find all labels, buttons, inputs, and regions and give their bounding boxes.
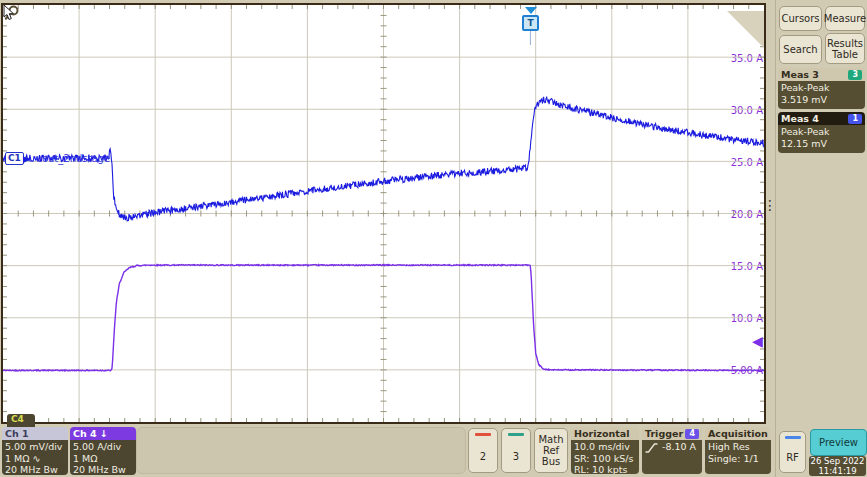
channel1-marker-label: C1	[5, 152, 24, 165]
channel4-bandwidth: 20 MHz Bw	[73, 464, 133, 475]
channel1-bandwidth: 20 MHz Bw	[5, 464, 65, 475]
trigger-position-marker[interactable]: T	[522, 7, 539, 45]
preview-button-label: Preview	[819, 437, 858, 448]
acquisition-title: Acquisition	[708, 428, 768, 439]
meas3-badge[interactable]: Meas 3 3 Peak-Peak 3.519 mV	[778, 68, 865, 109]
channel4-scale: 5.00 A/div	[73, 441, 133, 453]
meas4-source-badge: 1	[848, 114, 862, 124]
mouse-cursor	[3, 5, 17, 21]
badge-drag-handle[interactable]: ⋮	[763, 202, 777, 209]
cursors-button[interactable]: Cursors	[779, 6, 822, 31]
acquisition-body: High Res Single: 1/1	[705, 440, 771, 474]
math-label: Math	[538, 434, 563, 445]
record-length: RL: 10 kpts	[574, 464, 636, 474]
time-text: 11:41:19	[809, 466, 866, 476]
meas4-type: Peak-Peak	[781, 126, 862, 138]
trigger-body: -8.10 A	[642, 440, 702, 474]
acquisition-mode: High Res	[708, 441, 768, 453]
horizontal-badge[interactable]: Horizontal 10.0 ms/div SR: 100 kS/s RL: …	[571, 427, 639, 474]
channel1-badge[interactable]: Ch 1 5.00 mV/div 1 MΩ ∿ 20 MHz Bw	[2, 427, 68, 475]
acquisition-badge[interactable]: Acquisition High Res Single: 1/1	[705, 427, 771, 474]
zoom-corner-button[interactable]	[727, 11, 764, 48]
acquisition-count: Single: 1/1	[708, 453, 768, 465]
cursors-button-label: Cursors	[781, 13, 819, 24]
search-button-label: Search	[783, 44, 817, 55]
measure-button[interactable]: Measure	[825, 6, 865, 31]
channel4-impedance: 1 MΩ	[73, 453, 133, 465]
trigger-level: -8.10 A	[662, 441, 696, 453]
measurement-drop-area	[136, 427, 466, 474]
waveform-name-label: vout_2ndstage	[36, 153, 110, 164]
ref-label: Ref	[543, 445, 559, 456]
channel4-settings: 5.00 A/div 1 MΩ 20 MHz Bw	[70, 440, 136, 475]
meas3-type: Peak-Peak	[781, 82, 862, 94]
measure-button-label: Measure	[824, 13, 867, 24]
meas4-value: 12.15 mV	[781, 138, 862, 150]
channel1-position-marker[interactable]: C1▶	[5, 152, 30, 165]
meas3-body: Peak-Peak 3.519 mV	[778, 81, 865, 109]
horizontal-scale: 10.0 ms/div	[574, 441, 636, 453]
trigger-flag-icon: T	[522, 15, 539, 31]
horizontal-body: 10.0 ms/div SR: 100 kS/s RL: 10 kpts	[571, 440, 639, 474]
meas4-badge[interactable]: Meas 4 1 Peak-Peak 12.15 mV	[778, 112, 865, 153]
waveform-graticule: 35.0 A 30.0 A 25.0 A 20.0 A 15.0 A 10.0 …	[1, 3, 766, 424]
channel4-tab[interactable]: C4	[7, 414, 35, 427]
channel3-color-bar	[508, 433, 524, 436]
channel1-header: Ch 1	[2, 427, 68, 440]
channel4-header: Ch 4 ↓	[70, 427, 136, 440]
trigger-stem	[530, 31, 531, 45]
meas4-body: Peak-Peak 12.15 mV	[778, 125, 865, 153]
channel1-name: Ch 1	[5, 428, 29, 439]
channel2-button-label: 2	[480, 451, 486, 462]
horizontal-header: Horizontal	[571, 427, 639, 440]
channel1-scale: 5.00 mV/div	[5, 441, 65, 453]
panel-divider	[775, 0, 776, 477]
waveform-canvas	[3, 5, 764, 422]
rf-button[interactable]: RF	[779, 431, 806, 473]
date-text: 26 Sep 2022	[809, 456, 866, 466]
rising-edge-icon	[645, 442, 658, 454]
trigger-badge[interactable]: Trigger 4 -8.10 A	[642, 427, 702, 474]
channel1-impedance: 1 MΩ ∿	[5, 453, 65, 465]
meas3-value: 3.519 mV	[781, 94, 862, 106]
math-ref-bus-button[interactable]: Math Ref Bus	[534, 428, 568, 473]
channel4-position-arrow-icon[interactable]: ◀	[752, 334, 763, 348]
meas4-title: Meas 4	[781, 113, 819, 124]
trigger-title: Trigger	[645, 428, 683, 439]
meas3-header: Meas 3 3	[778, 68, 865, 81]
preview-button[interactable]: Preview	[810, 429, 867, 456]
meas3-title: Meas 3	[781, 69, 819, 80]
rf-button-label: RF	[786, 452, 799, 463]
search-button[interactable]: Search	[779, 35, 822, 64]
trigger-header: Trigger 4	[642, 427, 702, 440]
channel1-settings: 5.00 mV/div 1 MΩ ∿ 20 MHz Bw	[2, 440, 68, 475]
channel3-button[interactable]: 3	[501, 428, 531, 473]
channel3-button-label: 3	[513, 451, 519, 462]
results-table-button-label: Results Table	[826, 38, 864, 60]
sample-rate: SR: 100 kS/s	[574, 453, 636, 465]
meas4-header: Meas 4 1	[778, 112, 865, 125]
bus-label: Bus	[542, 456, 560, 467]
channel4-badge[interactable]: Ch 4 ↓ 5.00 A/div 1 MΩ 20 MHz Bw	[70, 427, 136, 475]
trigger-source-badge: 4	[685, 429, 699, 439]
channel2-button[interactable]: 2	[468, 428, 498, 473]
datetime-badge: 26 Sep 2022 11:41:19	[809, 456, 866, 476]
meas3-source-badge: 3	[848, 70, 862, 80]
channel2-color-bar	[475, 433, 491, 436]
results-table-button[interactable]: Results Table	[825, 33, 865, 64]
horizontal-title: Horizontal	[574, 428, 629, 439]
channel4-name: Ch 4 ↓	[73, 428, 108, 439]
trigger-arrow-icon	[525, 7, 537, 14]
right-arrow-icon: ▶	[23, 154, 30, 164]
oscilloscope-screen: 35.0 A 30.0 A 25.0 A 20.0 A 15.0 A 10.0 …	[0, 0, 867, 477]
acquisition-header: Acquisition	[705, 427, 771, 440]
rf-color-bar	[785, 436, 801, 439]
